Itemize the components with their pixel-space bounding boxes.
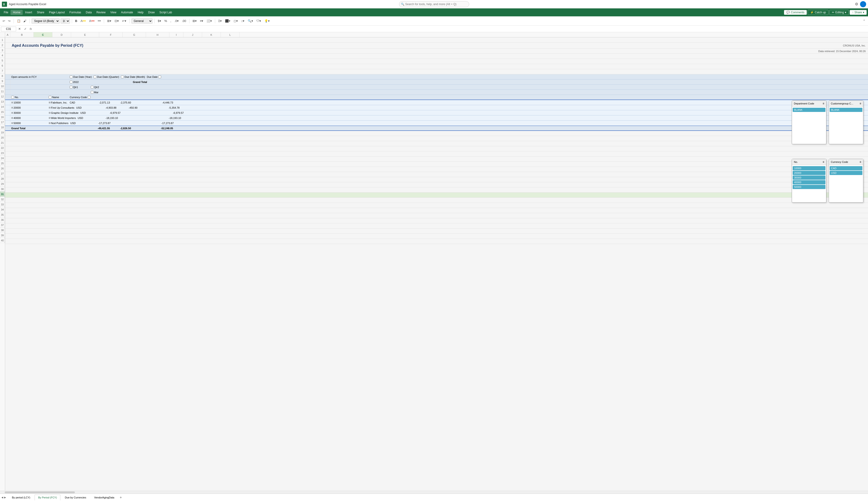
row-num-24[interactable]: 24 xyxy=(0,156,5,161)
row-num-12[interactable]: 12 xyxy=(0,94,5,99)
cancel-formula-button[interactable]: ✕ xyxy=(17,26,22,31)
settings-icon[interactable]: ⚙ xyxy=(855,2,858,6)
currency-item-cad[interactable]: CAD xyxy=(830,166,862,170)
mar-checkbox[interactable] xyxy=(91,91,94,94)
due-date-month-checkbox[interactable] xyxy=(121,75,124,78)
clear-button[interactable]: ◻▾ xyxy=(232,19,239,23)
col-header-e[interactable]: E xyxy=(71,32,99,37)
user-avatar[interactable]: 👤 xyxy=(860,1,866,7)
row-num-11[interactable]: 11 xyxy=(0,89,5,94)
comma-button[interactable]: , xyxy=(169,19,172,23)
row-num-31[interactable]: 31 xyxy=(0,192,5,197)
dept-code-slicer[interactable]: Department Code ≡ BLANK xyxy=(792,100,826,144)
menu-share[interactable]: Share xyxy=(34,10,46,15)
col-header-k[interactable]: K xyxy=(202,32,221,37)
row-num-29[interactable]: 29 xyxy=(0,181,5,186)
sheet-nav-next[interactable]: ▶ xyxy=(4,495,7,499)
sheet-tab-by-period-fcy[interactable]: By Period (FCY) xyxy=(35,495,60,501)
row-num-22[interactable]: 22 xyxy=(0,145,5,150)
number-format-select[interactable]: General Number Currency xyxy=(132,19,153,24)
no-item-40000[interactable]: 40000 xyxy=(793,180,825,184)
no-item-30000[interactable]: 30000 xyxy=(793,175,825,180)
decrease-decimal-button[interactable]: .0▾ xyxy=(173,19,180,23)
no-item-10000[interactable]: 10000 xyxy=(793,166,825,170)
row-num-32[interactable]: 32 xyxy=(0,197,5,202)
row-num-26[interactable]: 26 xyxy=(0,166,5,171)
col-header-i[interactable]: I xyxy=(169,32,184,37)
merge-button[interactable]: ⊡▾ xyxy=(113,19,120,23)
undo-button[interactable]: ↩ xyxy=(1,19,6,23)
wrap-text-button[interactable]: ↵▾ xyxy=(121,19,127,23)
menu-help[interactable]: Help xyxy=(135,10,146,15)
menu-page-layout[interactable]: Page Layout xyxy=(46,10,67,15)
qtr1-checkbox[interactable] xyxy=(70,86,73,88)
col-header-f[interactable]: F xyxy=(99,32,123,37)
row-num-30[interactable]: 30 xyxy=(0,186,5,192)
row-num-10[interactable]: 10 xyxy=(0,84,5,89)
no-col-checkbox[interactable] xyxy=(11,96,14,99)
row-num-27[interactable]: 27 xyxy=(0,171,5,176)
row-num-36[interactable]: 36 xyxy=(0,217,5,223)
row-num-15[interactable]: 15 xyxy=(0,109,5,115)
no-item-50000[interactable]: 50000 xyxy=(793,185,825,189)
currency-code-slicer[interactable]: Currency Code ≡ CAD USD xyxy=(829,159,863,203)
row-num-23[interactable]: 23 xyxy=(0,150,5,156)
menu-file[interactable]: File xyxy=(1,10,11,15)
year-2022-checkbox[interactable] xyxy=(70,81,73,83)
sort-filter-button[interactable]: ↕▾ xyxy=(240,19,245,23)
row-num-3[interactable]: 3 xyxy=(0,48,5,53)
no-item-20000[interactable]: 20000 xyxy=(793,171,825,175)
col-header-l[interactable]: L xyxy=(221,32,240,37)
editing-button[interactable]: ✏ Editing ▾ xyxy=(829,10,849,15)
redo-button[interactable]: ↪ xyxy=(7,19,12,23)
row-num-6[interactable]: 6 xyxy=(0,63,5,68)
row-num-17[interactable]: 17 xyxy=(0,120,5,125)
increase-decimal-button[interactable]: .00 xyxy=(181,19,187,23)
customer-group-filter-icon[interactable]: ≡ xyxy=(860,102,861,105)
more-options-button[interactable]: ••• xyxy=(97,19,102,23)
menu-view[interactable]: View xyxy=(108,10,119,15)
currency-code-col-checkbox[interactable] xyxy=(88,96,91,99)
row-num-28[interactable]: 28 xyxy=(0,176,5,181)
no-slicer[interactable]: No. ≡ 10000 20000 30000 40000 50000 xyxy=(792,159,826,203)
menu-data[interactable]: Data xyxy=(84,10,94,15)
row-num-5[interactable]: 5 xyxy=(0,58,5,63)
row-num-14[interactable]: 14 xyxy=(0,104,5,109)
row-num-37[interactable]: 37 xyxy=(0,223,5,227)
format-painter-button[interactable]: 🖌 xyxy=(22,19,28,23)
ideas-button[interactable]: 💡▾ xyxy=(263,19,271,23)
col-header-b[interactable]: B xyxy=(10,32,34,37)
dept-code-item-blank[interactable]: BLANK xyxy=(793,108,825,112)
col-header-h[interactable]: H xyxy=(146,32,169,37)
currency-code-filter-icon[interactable]: ≡ xyxy=(860,160,861,163)
scroll-thumb[interactable] xyxy=(5,491,75,493)
font-size-select[interactable]: 10 11 12 xyxy=(61,19,70,24)
row-num-21[interactable]: 21 xyxy=(0,140,5,145)
fill-color-button[interactable]: A xyxy=(79,19,87,23)
row-num-13[interactable]: 13 xyxy=(0,99,5,104)
formula-input[interactable] xyxy=(34,27,867,31)
find-button[interactable]: 🔍▾ xyxy=(247,19,254,23)
fill-button[interactable]: ⬛▾ xyxy=(224,19,232,23)
spreadsheet-scroll-area[interactable]: 1234567891011121314151617181920212223242… xyxy=(0,38,868,491)
sheet-tab-due-by-currencies[interactable]: Due by Currencies xyxy=(61,495,90,500)
menu-script-lab[interactable]: Script Lab xyxy=(157,10,174,15)
borders-button[interactable]: ⊞▾ xyxy=(106,19,113,23)
row-num-9[interactable]: 9 xyxy=(0,78,5,84)
qtr2-checkbox[interactable] xyxy=(91,86,94,88)
row-num-25[interactable]: 25 xyxy=(0,161,5,166)
menu-review[interactable]: Review xyxy=(94,10,108,15)
horizontal-scrollbar[interactable] xyxy=(0,491,868,493)
percent-button[interactable]: % xyxy=(163,19,168,23)
search-input[interactable] xyxy=(399,1,469,7)
sheet-nav-prev[interactable]: ◀ xyxy=(1,495,4,499)
sheet-tab-add-button[interactable]: + xyxy=(118,495,124,500)
row-num-4[interactable]: 4 xyxy=(0,53,5,58)
menu-draw[interactable]: Draw xyxy=(146,10,157,15)
currency-item-usd[interactable]: USD xyxy=(830,171,862,175)
due-date-year-checkbox[interactable] xyxy=(70,75,73,78)
grid-row-31-active[interactable] xyxy=(5,193,868,198)
row-num-19[interactable]: 19 xyxy=(0,130,5,135)
due-date-quarter-checkbox[interactable] xyxy=(94,75,96,78)
col-header-a[interactable]: A xyxy=(5,32,10,37)
